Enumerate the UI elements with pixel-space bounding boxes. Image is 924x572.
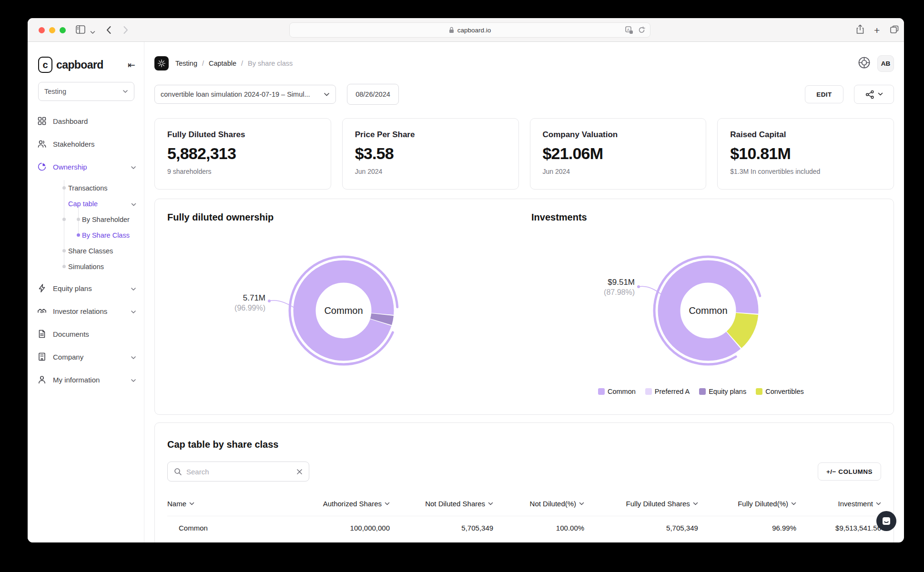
sidebar-item-label: Documents — [53, 330, 89, 338]
sidebar-item-investor-relations[interactable]: Investor relations — [28, 301, 144, 321]
workspace-select[interactable]: Testing — [38, 82, 134, 101]
search-input[interactable] — [186, 468, 292, 476]
breadcrumb-testing[interactable]: Testing — [175, 60, 197, 67]
sidebar-chevron-icon[interactable] — [90, 28, 95, 36]
people-icon — [37, 139, 47, 149]
legend-item-common[interactable]: Common — [598, 388, 636, 395]
chat-widget-button[interactable] — [876, 511, 896, 531]
sidebar-item-documents[interactable]: Documents — [28, 324, 144, 343]
callout-value: 5.71M — [212, 293, 265, 303]
sidebar-item-label: Simulations — [68, 263, 104, 271]
sidebar-nav: Dashboard Stakeholders Ownership T — [28, 111, 144, 389]
simulation-select[interactable]: convertible loan simulation 2024-07-19 –… — [154, 85, 336, 104]
share-page-icon[interactable] — [856, 24, 864, 37]
stat-title: Raised Capital — [730, 130, 881, 140]
sidebar-item-company[interactable]: Company — [28, 347, 144, 366]
column-header-not-diluted-pct[interactable]: Not Diluted(%) — [493, 500, 584, 508]
donut-center-label: Common — [689, 305, 727, 316]
translate-icon[interactable]: A — [625, 26, 633, 34]
sidebar-item-share-classes[interactable]: Share Classes — [28, 243, 144, 259]
legend-item-convertibles[interactable]: Convertibles — [756, 388, 804, 395]
help-icon[interactable] — [858, 56, 871, 71]
column-header-not-diluted-shares[interactable]: Not Diluted Shares — [390, 500, 493, 508]
stat-title: Price Per Share — [355, 130, 506, 140]
stat-card-raised-capital: Raised Capital $10.81M $1.3M In converti… — [717, 118, 894, 190]
app-logo: c capboard ⇤ — [38, 56, 135, 73]
callout-percent: (87.98%) — [581, 288, 635, 297]
sidebar-item-equity-plans[interactable]: Equity plans — [28, 279, 144, 298]
back-button[interactable] — [106, 25, 112, 37]
share-button[interactable] — [854, 85, 894, 104]
forward-button[interactable] — [123, 25, 129, 37]
sort-icon — [876, 502, 881, 505]
callout-leader-line — [267, 297, 297, 311]
edit-button[interactable]: EDIT — [805, 85, 843, 103]
capboard-logo-text: capboard — [56, 59, 103, 71]
sidebar-item-label: Dashboard — [53, 117, 88, 125]
sidebar-item-by-shareholder[interactable]: By Shareholder — [28, 211, 144, 227]
legend-label: Preferred A — [655, 388, 690, 395]
stat-title: Company Valuation — [543, 130, 694, 140]
sidebar-item-cap-table[interactable]: Cap table — [28, 196, 144, 211]
table-row[interactable]: Common 100,000,000 5,705,349 100.00% 5,7… — [167, 516, 881, 539]
browser-chrome: capboard.io A + — [28, 18, 904, 42]
tree-dot — [62, 265, 66, 268]
minimize-window-button[interactable] — [49, 27, 55, 33]
sidebar-item-stakeholders[interactable]: Stakeholders — [28, 134, 144, 153]
cell-fully-diluted-pct: 96.99% — [698, 524, 796, 532]
tree-dot — [77, 218, 80, 221]
column-header-investment[interactable]: Investment — [796, 500, 881, 508]
document-icon — [37, 329, 47, 339]
sidebar-item-dashboard[interactable]: Dashboard — [28, 111, 144, 130]
stat-value: 5,882,313 — [167, 144, 318, 163]
column-header-name[interactable]: Name — [167, 500, 286, 508]
sidebar-item-transactions[interactable]: Transactions — [28, 180, 144, 196]
legend-item-equity-plans[interactable]: Equity plans — [699, 388, 746, 395]
close-window-button[interactable] — [39, 27, 45, 33]
sidebar-item-label: Transactions — [68, 184, 107, 192]
chevron-down-icon — [131, 284, 136, 292]
cell-name: Common — [167, 524, 286, 532]
breadcrumb-captable[interactable]: Captable — [209, 60, 236, 67]
stat-card-fully-diluted-shares: Fully Diluted Shares 5,882,313 9 shareho… — [154, 118, 331, 190]
callout-leader-line — [637, 283, 670, 303]
cell-not-diluted-pct: 100.00% — [493, 524, 584, 532]
sidebar-item-by-share-class[interactable]: By Share Class — [28, 227, 144, 243]
legend-swatch — [645, 388, 652, 395]
sidebar-item-ownership[interactable]: Ownership — [28, 157, 144, 176]
sidebar-toggle-icon[interactable] — [75, 25, 86, 36]
sidebar-item-my-information[interactable]: My information — [28, 370, 144, 389]
tab-overview-icon[interactable] — [890, 25, 899, 36]
cell-investment: $9,513,541.56 — [796, 524, 881, 532]
sidebar-item-simulations[interactable]: Simulations — [28, 259, 144, 274]
date-input[interactable]: 08/26/2024 — [347, 84, 399, 105]
tree-dot — [77, 233, 80, 237]
column-header-fully-diluted-pct[interactable]: Fully Diluted(%) — [698, 500, 796, 508]
sidebar-item-label: Cap table — [68, 200, 98, 208]
reload-icon[interactable] — [638, 26, 645, 34]
column-header-fully-diluted-shares[interactable]: Fully Diluted Shares — [584, 500, 698, 508]
breadcrumb: Testing / Captable / By share class — [175, 60, 293, 67]
workspace-select-value: Testing — [44, 88, 66, 95]
company-logo-icon — [154, 56, 169, 70]
handshake-icon — [37, 306, 47, 316]
sort-icon — [693, 502, 698, 505]
sort-icon — [488, 502, 493, 505]
legend-swatch — [756, 388, 762, 395]
chevron-down-icon — [131, 376, 136, 384]
collapse-sidebar-icon[interactable]: ⇤ — [128, 60, 135, 70]
new-tab-icon[interactable]: + — [874, 25, 880, 36]
fully-diluted-ownership-donut[interactable]: Common — [284, 251, 403, 370]
legend-item-preferred-a[interactable]: Preferred A — [645, 388, 690, 395]
avatar[interactable]: AB — [877, 55, 894, 72]
search-box — [167, 462, 309, 482]
address-bar[interactable]: capboard.io A — [289, 22, 650, 38]
stat-card-price-per-share: Price Per Share $3.58 Jun 2024 — [342, 118, 519, 190]
chevron-down-icon — [131, 163, 136, 171]
sort-icon — [385, 502, 390, 505]
column-header-authorized-shares[interactable]: Authorized Shares — [286, 500, 390, 508]
columns-button[interactable]: +/− COLUMNS — [818, 462, 881, 481]
zoom-window-button[interactable] — [60, 27, 66, 33]
investments-donut[interactable]: Common — [649, 251, 768, 370]
clear-search-icon[interactable] — [296, 469, 303, 475]
